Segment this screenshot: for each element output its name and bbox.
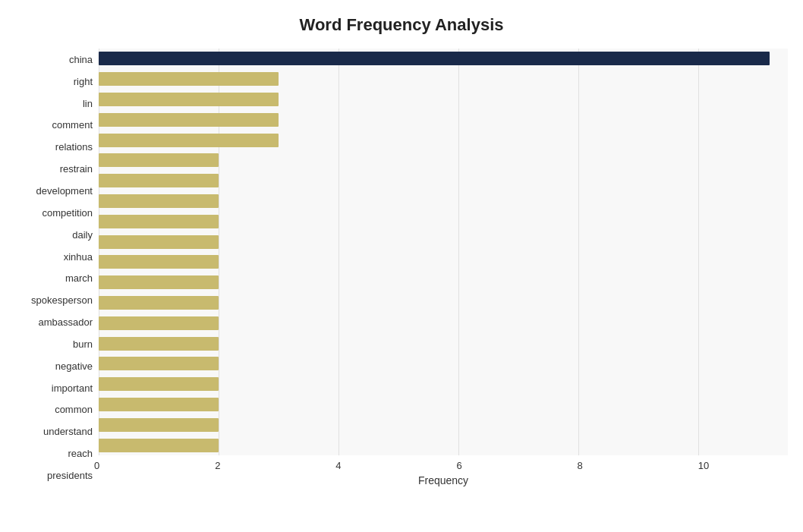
y-label: spokesperson (31, 291, 93, 310)
y-label: understand (43, 422, 93, 442)
bar-row (99, 91, 788, 108)
y-label: daily (72, 225, 93, 244)
bar-row (99, 253, 788, 270)
chart-container: Word Frequency Analysis chinarightlincom… (0, 0, 803, 532)
bar-row (99, 112, 788, 128)
x-tick-label: 6 (456, 460, 461, 471)
y-label: restrain (60, 159, 93, 179)
bar (99, 296, 219, 310)
y-label: march (65, 269, 93, 288)
bar (99, 134, 279, 147)
y-label: negative (55, 356, 93, 376)
bar (99, 93, 279, 106)
x-tick-label: 0 (94, 460, 99, 471)
y-label: comment (52, 115, 93, 135)
y-label: relations (55, 137, 93, 157)
y-label: competition (43, 203, 93, 222)
bar-row (99, 355, 788, 372)
bar-row (99, 213, 788, 230)
bar (99, 215, 219, 228)
y-label: presidents (47, 465, 93, 485)
bar-row (99, 396, 788, 413)
y-labels: chinarightlincommentrelationsrestraindev… (15, 49, 99, 486)
bar-row (99, 234, 788, 250)
bar-row (99, 71, 788, 87)
x-axis-title: Frequency (99, 474, 788, 486)
bar-row (99, 132, 788, 149)
bar-row (99, 274, 788, 291)
bars-wrapper (99, 49, 788, 455)
grid-and-bars (99, 49, 788, 455)
bar-row (99, 294, 788, 311)
bar-row (99, 335, 788, 352)
bar (99, 174, 219, 187)
bar-row (99, 172, 788, 189)
y-label: common (55, 400, 93, 420)
bar (99, 255, 219, 269)
chart-area: chinarightlincommentrelationsrestraindev… (15, 49, 788, 486)
bar-row (99, 417, 788, 433)
bar-row (99, 193, 788, 209)
bar (99, 316, 219, 330)
bar (99, 275, 219, 289)
bar (99, 439, 219, 452)
bar (99, 72, 279, 86)
bar (99, 235, 219, 249)
y-label: right (74, 71, 93, 91)
y-label: development (36, 181, 93, 200)
y-label: burn (73, 334, 93, 354)
bar (99, 52, 770, 65)
bar-row (99, 376, 788, 392)
x-axis-labels: 0246810 (99, 460, 788, 471)
bars-and-grid: 0246810 Frequency (99, 49, 788, 486)
bar (99, 418, 219, 432)
y-label: china (69, 49, 93, 69)
y-label: xinhua (64, 247, 93, 266)
bar-row (99, 315, 788, 332)
bar-row (99, 437, 788, 454)
x-tick-label: 2 (215, 460, 220, 471)
bar-row (99, 152, 788, 168)
chart-title: Word Frequency Analysis (300, 15, 504, 35)
y-label: lin (83, 93, 93, 113)
y-label: reach (68, 444, 93, 464)
y-label: ambassador (38, 313, 93, 332)
bar (99, 377, 219, 391)
bar (99, 398, 219, 411)
x-tick-label: 4 (335, 460, 341, 471)
y-label: important (52, 378, 93, 398)
bar (99, 153, 219, 167)
x-tick-label: 8 (578, 460, 583, 471)
bar (99, 194, 219, 208)
bar (99, 113, 279, 127)
bar (99, 337, 219, 351)
bar-row (99, 50, 788, 67)
x-tick-label: 10 (698, 460, 709, 471)
bar (99, 357, 219, 370)
